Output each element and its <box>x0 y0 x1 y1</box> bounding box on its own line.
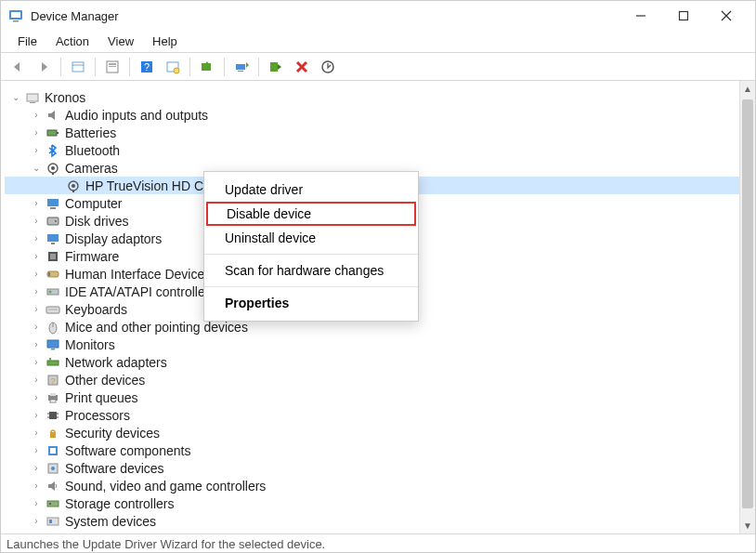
expand-icon[interactable]: › <box>31 251 42 261</box>
expand-icon[interactable]: › <box>31 127 42 138</box>
device-category[interactable]: ›Security devices <box>5 424 751 441</box>
device-category[interactable]: ›Universal Serial Bus controllers <box>5 530 751 533</box>
nav-forward-button[interactable] <box>33 56 55 78</box>
menu-action[interactable]: Action <box>46 33 98 50</box>
scroll-thumb[interactable] <box>742 99 753 508</box>
svg-rect-38 <box>50 254 56 259</box>
usb-icon <box>46 532 60 534</box>
expand-icon[interactable]: › <box>31 198 42 208</box>
device-category[interactable]: ›Batteries <box>5 124 751 141</box>
scrollbar[interactable]: ▲ ▼ <box>739 81 755 533</box>
toolbar: ? <box>1 53 755 81</box>
expand-icon[interactable]: › <box>31 233 42 244</box>
printer-icon <box>46 390 60 405</box>
swcomp-icon <box>46 443 60 458</box>
properties-button[interactable] <box>101 56 124 78</box>
other-icon: ? <box>46 373 60 388</box>
expand-icon[interactable]: › <box>31 357 42 367</box>
expand-icon[interactable]: › <box>31 445 42 455</box>
expand-icon[interactable]: › <box>31 481 42 491</box>
disable-device-button[interactable] <box>317 56 339 78</box>
expand-icon[interactable]: › <box>31 463 42 473</box>
expand-icon[interactable]: ⌄ <box>31 163 42 173</box>
svg-point-15 <box>174 68 179 73</box>
device-category[interactable]: ›Monitors <box>5 336 751 353</box>
storage-icon <box>46 496 60 511</box>
expand-icon[interactable]: › <box>31 269 42 279</box>
device-category[interactable]: ›Software components <box>5 441 751 459</box>
device-category[interactable]: ›Print queues <box>5 388 751 406</box>
category-label: Universal Serial Bus controllers <box>65 532 246 534</box>
menu-view[interactable]: View <box>98 33 143 50</box>
expand-icon[interactable]: › <box>31 516 42 526</box>
menu-help[interactable]: Help <box>143 33 187 50</box>
expand-icon[interactable]: › <box>31 322 42 332</box>
nav-back-button[interactable] <box>7 56 29 78</box>
device-category[interactable]: ›Storage controllers <box>5 494 751 512</box>
device-category[interactable]: ›Audio inputs and outputs <box>5 106 751 124</box>
expand-icon[interactable]: › <box>31 216 42 226</box>
scroll-up-icon[interactable]: ▲ <box>740 81 755 97</box>
expand-down-icon[interactable]: ⌄ <box>10 92 21 102</box>
action-menu-button[interactable] <box>67 56 89 78</box>
legacy-add-button[interactable] <box>162 56 184 78</box>
svg-rect-22 <box>30 102 35 103</box>
device-category[interactable]: ›Bluetooth <box>5 141 751 159</box>
svg-rect-31 <box>47 199 59 206</box>
titlebar: Device Manager <box>1 1 755 31</box>
svg-rect-40 <box>48 272 50 276</box>
expand-icon[interactable]: › <box>31 410 42 420</box>
help-button[interactable]: ? <box>136 56 158 78</box>
firmware-icon <box>46 249 60 264</box>
expand-icon[interactable]: › <box>31 304 42 314</box>
expand-icon[interactable]: › <box>31 286 42 296</box>
expand-icon[interactable]: › <box>31 339 42 349</box>
svg-rect-7 <box>72 62 84 72</box>
toolbar-separator <box>224 58 225 76</box>
minimize-button[interactable] <box>619 1 662 31</box>
close-button[interactable] <box>705 1 748 31</box>
expand-icon[interactable]: › <box>31 392 42 402</box>
svg-point-26 <box>51 166 55 170</box>
ctx-scan-hardware[interactable]: Scan for hardware changes <box>204 258 418 283</box>
camera-icon <box>46 161 60 176</box>
scroll-down-icon[interactable]: ▼ <box>740 518 755 533</box>
device-category[interactable]: ›Processors <box>5 406 751 424</box>
svg-rect-18 <box>238 71 243 72</box>
expand-icon[interactable]: › <box>31 428 42 438</box>
expand-icon[interactable]: › <box>31 110 42 120</box>
sound-icon <box>46 479 60 494</box>
expand-icon[interactable]: › <box>31 498 42 508</box>
device-category[interactable]: ›System devices <box>5 512 751 530</box>
device-category[interactable]: ›Software devices <box>5 459 751 477</box>
context-menu: Update driver Disable device Uninstall d… <box>203 171 419 322</box>
ctx-uninstall-device[interactable]: Uninstall device <box>204 226 418 250</box>
system-icon <box>46 514 60 529</box>
uninstall-device-button[interactable] <box>291 56 313 78</box>
svg-point-67 <box>49 503 51 505</box>
category-label: Sound, video and game controllers <box>65 479 266 494</box>
maximize-button[interactable] <box>662 1 705 31</box>
scan-hardware-button[interactable] <box>196 56 218 78</box>
svg-rect-63 <box>50 448 56 454</box>
ctx-disable-device[interactable]: Disable device <box>206 202 416 226</box>
device-category[interactable]: ›Network adapters <box>5 353 751 371</box>
svg-rect-69 <box>49 520 52 523</box>
menu-file[interactable]: File <box>8 33 46 50</box>
expand-icon[interactable]: › <box>31 145 42 155</box>
toolbar-separator <box>60 58 61 76</box>
category-label: Print queues <box>65 390 138 405</box>
update-driver-button[interactable] <box>230 56 253 78</box>
ctx-properties[interactable]: Properties <box>204 291 418 315</box>
svg-rect-49 <box>47 361 59 365</box>
svg-rect-21 <box>27 94 38 101</box>
enable-device-button[interactable] <box>265 56 287 78</box>
device-category[interactable]: ›Sound, video and game controllers <box>5 477 751 494</box>
camera-icon <box>66 178 81 193</box>
svg-rect-16 <box>202 63 211 71</box>
expand-icon[interactable]: › <box>31 375 42 385</box>
tree-root[interactable]: ⌄Kronos <box>5 88 751 106</box>
device-category[interactable]: ›?Other devices <box>5 371 751 388</box>
root-label: Kronos <box>45 90 85 105</box>
ctx-update-driver[interactable]: Update driver <box>204 178 418 202</box>
